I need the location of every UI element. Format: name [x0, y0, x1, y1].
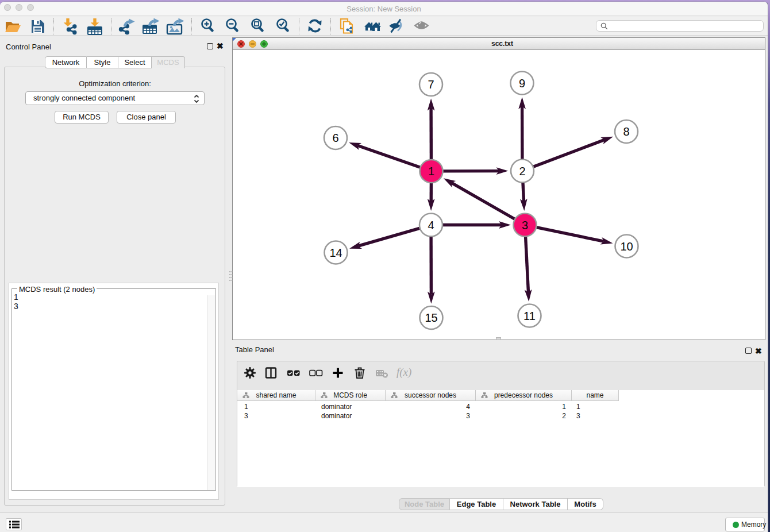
- svg-text:7: 7: [428, 78, 434, 91]
- svg-text:9: 9: [519, 77, 525, 90]
- svg-text:10: 10: [620, 240, 633, 253]
- svg-text:1: 1: [428, 165, 434, 178]
- svg-text:14: 14: [329, 246, 342, 259]
- svg-text:4: 4: [428, 219, 434, 232]
- svg-text:11: 11: [523, 310, 536, 322]
- svg-text:2: 2: [519, 165, 525, 178]
- svg-text:15: 15: [425, 311, 437, 324]
- svg-text:8: 8: [623, 125, 629, 138]
- svg-text:3: 3: [522, 219, 528, 232]
- svg-text:6: 6: [332, 132, 338, 144]
